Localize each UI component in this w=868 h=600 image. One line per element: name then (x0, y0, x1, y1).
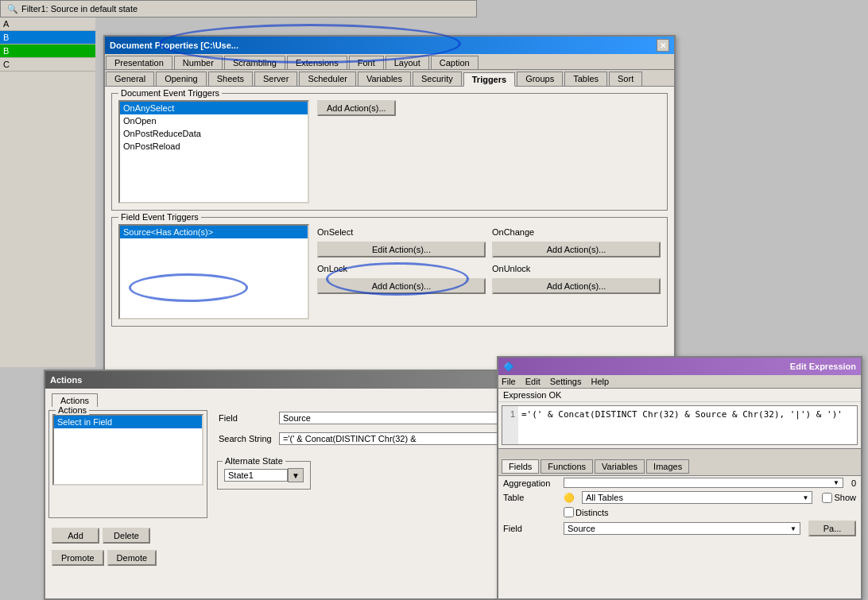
expr-title-bar[interactable]: 🔷 Edit Expression (498, 358, 861, 375)
dialog-close-button[interactable]: ✕ (657, 39, 669, 52)
on-select-label: OnSelect (317, 227, 486, 237)
tab-general[interactable]: General (106, 72, 154, 86)
document-properties-dialog: Document Properties [C:\Use... ✕ Present… (103, 35, 676, 377)
field-row: Field Source ... (214, 410, 524, 426)
add-action-unlock-button[interactable]: Add Action(s)... (492, 278, 661, 294)
tab-triggers[interactable]: Triggers (463, 72, 515, 87)
tab-row-2: General Opening Sheets Server Scheduler … (105, 70, 674, 87)
sidebar-item-b[interactable]: B (0, 31, 95, 45)
sidebar-item-b2[interactable]: B (0, 45, 95, 58)
tab-fields[interactable]: Fields (502, 459, 539, 474)
on-change-label: OnChange (492, 227, 661, 237)
alternate-state-box: Alternate State State1 ▼ (217, 461, 311, 490)
delete-button[interactable]: Delete (103, 528, 150, 544)
add-action-lock-button[interactable]: Add Action(s)... (317, 278, 486, 294)
field-expr-row: Field Source ▼ Pa... (498, 519, 861, 538)
aggregation-label: Aggregation (503, 478, 559, 488)
promote-button[interactable]: Promote (52, 550, 104, 566)
field-expr-dropdown[interactable]: Source ▼ (564, 522, 800, 535)
menu-file[interactable]: File (502, 377, 516, 386)
tab-font[interactable]: Font (349, 56, 384, 69)
expr-scrollbar[interactable] (498, 448, 861, 458)
select-in-field-action[interactable]: Select in Field (54, 416, 202, 428)
tab-variables[interactable]: Variables (358, 72, 411, 86)
trigger-on-post-reload[interactable]: OnPostReload (120, 140, 308, 153)
search-string-row: Search String ='(' & Concat(DISTINCT Chr… (214, 431, 524, 447)
tab-sheets[interactable]: Sheets (208, 72, 253, 86)
table-dropdown[interactable]: All Tables ▼ (582, 491, 812, 504)
on-change-col: OnChange Add Action(s)... (492, 227, 661, 257)
actions-title-bar[interactable]: Actions (45, 371, 527, 389)
trigger-on-post-reduce[interactable]: OnPostReduceData (120, 127, 308, 140)
alternate-state-area: Alternate State State1 ▼ (214, 458, 524, 493)
tab-opening[interactable]: Opening (156, 72, 207, 86)
aggregation-num: 0 (851, 478, 856, 488)
search-string-expr[interactable]: ='(' & Concat(DISTINCT Chr(32) & (279, 432, 502, 445)
add-action-change-button[interactable]: Add Action(s)... (492, 242, 661, 257)
tab-groups[interactable]: Groups (517, 72, 563, 86)
field-triggers-listbox[interactable]: Source<Has Action(s)> (118, 224, 309, 319)
tab-sort[interactable]: Sort (609, 72, 642, 86)
expr-tabs-row: Fields Functions Variables Images (498, 458, 861, 476)
menu-settings[interactable]: Settings (550, 377, 582, 386)
expr-title: Edit Expression (790, 362, 856, 371)
sidebar-item-a[interactable]: A (0, 17, 95, 31)
tab-caption[interactable]: Caption (431, 56, 479, 69)
on-lock-col: OnLock Add Action(s)... (317, 264, 486, 294)
filter-icon: 🔍 (7, 4, 18, 14)
doc-triggers-listbox[interactable]: OnAnySelect OnOpen OnPostReduceData OnPo… (118, 100, 309, 203)
tab-images[interactable]: Images (646, 459, 689, 474)
doc-event-triggers-label: Document Event Triggers (118, 88, 222, 98)
search-string-label: Search String (219, 434, 274, 443)
tab-presentation[interactable]: Presentation (106, 56, 172, 69)
expr-text[interactable]: ='(' & Concat(DISTINCT Chr(32) & Source … (518, 406, 857, 444)
dialog-title-bar[interactable]: Document Properties [C:\Use... ✕ (105, 37, 674, 54)
tab-server[interactable]: Server (254, 72, 297, 86)
dialog-content: Document Event Triggers OnAnySelect OnOp… (105, 87, 674, 374)
menu-help[interactable]: Help (591, 377, 609, 386)
field-trigger-source[interactable]: Source<Has Action(s)> (120, 226, 308, 238)
demote-button[interactable]: Demote (107, 550, 157, 566)
aggregation-dropdown[interactable]: ▼ (564, 478, 843, 488)
menu-edit[interactable]: Edit (525, 377, 541, 386)
on-lock-label: OnLock (317, 264, 486, 273)
alternate-state-label: Alternate State (223, 456, 285, 466)
add-button[interactable]: Add (52, 528, 99, 544)
show-checkbox[interactable] (822, 493, 832, 503)
actions-panel: Actions Select in Field Add Delete Promo… (48, 410, 207, 569)
tab-variables[interactable]: Variables (595, 459, 645, 474)
trigger-on-any-select[interactable]: OnAnySelect (120, 102, 308, 114)
tab-security[interactable]: Security (413, 72, 462, 86)
edit-action-button[interactable]: Edit Action(s)... (317, 242, 486, 257)
filter-bar-title: Filter1: Source in default state (21, 4, 138, 14)
triggers-grid: OnSelect Edit Action(s)... OnChange Add … (317, 227, 661, 294)
actions-title: Actions (50, 375, 82, 385)
tab-extensions[interactable]: Extensions (287, 56, 347, 69)
expr-editor[interactable]: 1 ='(' & Concat(DISTINCT Chr(32) & Sourc… (502, 405, 858, 445)
expr-title-icon: 🔷 (503, 362, 514, 372)
actions-listbox[interactable]: Select in Field (52, 414, 203, 486)
trigger-on-open[interactable]: OnOpen (120, 114, 308, 127)
actions-section-label: Actions (56, 405, 89, 415)
table-label: Table (503, 493, 559, 502)
state-select[interactable]: State1 (224, 469, 288, 482)
tab-scrambling[interactable]: Scrambling (224, 56, 285, 69)
fields-tab-content: Aggregation ▼ 0 Table 🟡 All Tables ▼ Sho… (498, 476, 861, 538)
state-arrow[interactable]: ▼ (288, 468, 304, 482)
tab-scheduler[interactable]: Scheduler (299, 72, 356, 86)
field-expr-label: Field (503, 524, 559, 533)
distincts-row: Distincts (498, 505, 861, 519)
paste-button[interactable]: Pa... (808, 521, 856, 536)
tab-number[interactable]: Number (174, 56, 223, 69)
tab-functions[interactable]: Functions (541, 459, 593, 474)
distincts-checkbox[interactable] (564, 507, 574, 517)
table-row-expr: Table 🟡 All Tables ▼ Show (498, 490, 861, 505)
action-buttons-row2: Promote Demote (52, 550, 204, 566)
tab-tables[interactable]: Tables (564, 72, 607, 86)
tab-layout[interactable]: Layout (386, 56, 429, 69)
field-dropdown[interactable]: Source (279, 412, 505, 424)
expr-line-num: 1 (502, 406, 518, 444)
sidebar-item-c[interactable]: C (0, 58, 95, 72)
field-event-triggers-label: Field Event Triggers (118, 212, 201, 222)
add-actions-doc-button[interactable]: Add Action(s)... (317, 100, 396, 116)
